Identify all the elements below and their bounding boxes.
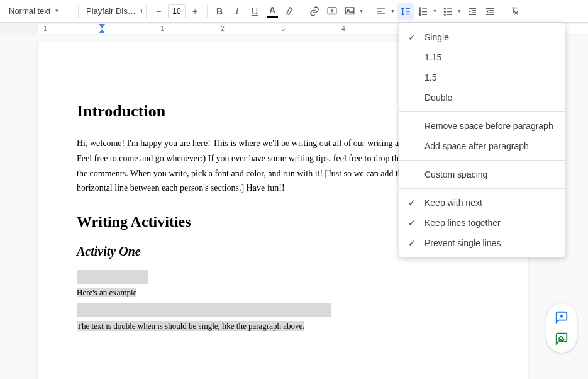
font-size-decrease-button[interactable]: −	[150, 3, 167, 20]
menu-item-single[interactable]: ✓ Single	[399, 27, 565, 47]
menu-separator	[399, 111, 565, 112]
paragraph-style-label: Normal text	[9, 6, 50, 16]
menu-separator	[399, 188, 565, 189]
font-size-increase-button[interactable]: +	[187, 3, 203, 20]
italic-button[interactable]: I	[229, 3, 245, 20]
first-line-indent-marker[interactable]	[99, 24, 105, 28]
caret-down-icon[interactable]: ▼	[389, 9, 396, 13]
separator	[369, 5, 369, 18]
svg-text:3: 3	[419, 13, 421, 16]
caret-down-icon: ▼	[54, 8, 59, 14]
caret-down-icon[interactable]: ▼	[456, 9, 463, 13]
font-family-dropdown[interactable]: Playfair Dis… ▼	[82, 4, 142, 18]
selection-highlight	[77, 270, 148, 284]
menu-item-1-5[interactable]: 1.5	[399, 67, 565, 88]
ruler-number: 2	[221, 25, 225, 32]
paragraph-style-dropdown[interactable]: Normal text ▼	[5, 4, 74, 18]
menu-item-1-15[interactable]: 1.15	[399, 47, 565, 67]
underline-button[interactable]: U	[247, 3, 263, 20]
caret-down-icon: ▼	[140, 8, 142, 14]
check-icon: ✓	[408, 198, 416, 208]
line-spacing-menu: ✓ Single 1.15 1.5 Double Remove space be…	[399, 23, 565, 257]
highlight-color-button[interactable]	[282, 3, 298, 20]
ruler-number: 1	[160, 25, 164, 32]
add-comment-fab[interactable]	[553, 308, 570, 326]
check-icon: ✓	[408, 32, 416, 42]
add-comment-button[interactable]	[324, 3, 340, 20]
separator	[302, 5, 302, 18]
insert-image-button[interactable]	[341, 3, 358, 20]
ruler-number: 1	[43, 25, 47, 32]
separator	[78, 5, 79, 18]
caret-down-icon[interactable]: ▼	[358, 9, 365, 13]
example-label: Here's an example	[77, 286, 489, 300]
body-paragraph: The text is double when is should be sin…	[77, 320, 489, 333]
bulleted-list-button[interactable]	[440, 3, 456, 20]
menu-separator	[399, 160, 565, 161]
ruler-number: 3	[281, 25, 285, 32]
decrease-indent-button[interactable]	[464, 3, 480, 20]
menu-item-prevent-single-lines[interactable]: ✓ Prevent single lines	[399, 233, 565, 253]
menu-item-add-space-after[interactable]: Add space after paragraph	[399, 136, 565, 156]
align-button[interactable]	[373, 3, 389, 20]
increase-indent-button[interactable]	[482, 3, 498, 20]
svg-point-19	[444, 11, 445, 12]
separator	[207, 5, 208, 18]
menu-item-remove-space-before[interactable]: Remove space before paragraph	[399, 116, 565, 136]
line-spacing-button[interactable]	[397, 3, 414, 20]
separator	[502, 5, 502, 18]
separator	[146, 5, 147, 18]
menu-item-custom-spacing[interactable]: Custom spacing	[399, 164, 565, 184]
left-indent-marker[interactable]	[99, 29, 105, 33]
svg-point-18	[444, 8, 445, 9]
floating-action-buttons	[546, 303, 577, 353]
text-color-button[interactable]: A	[264, 3, 280, 20]
selection-highlight	[77, 303, 331, 317]
numbered-list-button[interactable]: 123	[415, 3, 431, 20]
toolbar: Normal text ▼ Playfair Dis… ▼ − + B I U …	[0, 0, 588, 23]
menu-item-double[interactable]: Double	[399, 88, 565, 108]
ruler-number: 4	[341, 25, 345, 32]
font-size-input[interactable]	[168, 4, 186, 18]
menu-item-keep-lines-together[interactable]: ✓ Keep lines together	[399, 213, 565, 233]
check-icon: ✓	[408, 238, 416, 248]
caret-down-icon[interactable]: ▼	[431, 9, 438, 13]
check-icon: ✓	[408, 218, 416, 228]
svg-rect-4	[345, 8, 354, 14]
insert-link-button[interactable]	[306, 3, 323, 20]
font-family-label: Playfair Dis…	[86, 6, 136, 16]
svg-point-20	[444, 14, 445, 15]
clear-formatting-button[interactable]	[506, 3, 523, 20]
menu-item-keep-with-next[interactable]: ✓ Keep with next	[399, 193, 565, 213]
intro-paragraph: Hi, welcome! I'm happy you are here! Thi…	[77, 136, 429, 196]
suggest-edits-fab[interactable]	[553, 330, 570, 348]
bold-button[interactable]: B	[211, 3, 228, 20]
